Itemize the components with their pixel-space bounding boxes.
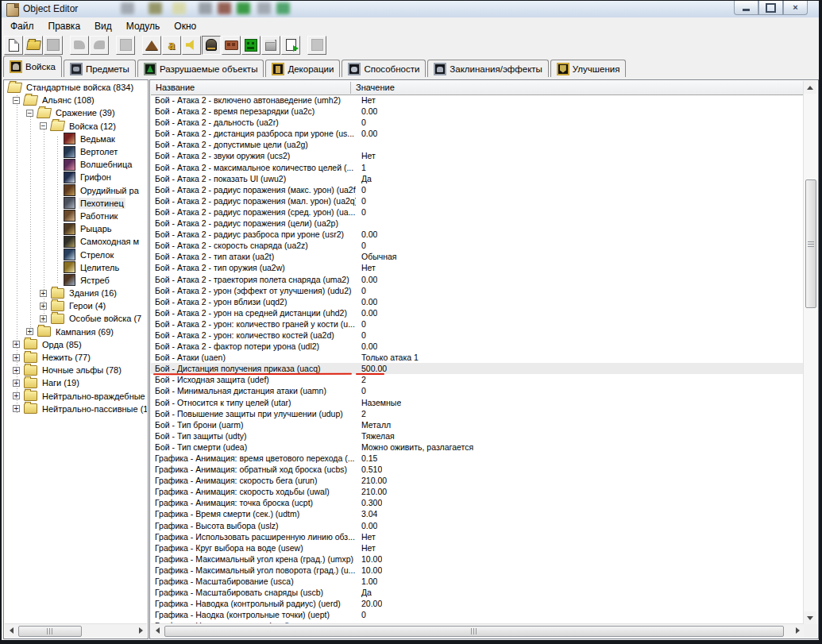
tree-item[interactable]: +Здания (16) (5, 287, 147, 299)
expander-plus-icon[interactable]: + (13, 405, 20, 412)
expander-plus-icon[interactable]: + (13, 367, 20, 374)
menu-edit[interactable]: Правка (41, 19, 88, 33)
tree-item[interactable]: Орудийный ра (5, 184, 147, 197)
tree-item[interactable]: +Кампания (69) (5, 326, 147, 338)
campaign-editor-button[interactable] (222, 36, 241, 55)
tree-item[interactable]: Целитель (5, 261, 147, 274)
property-row[interactable]: Бой - Атака 2 - скорость снаряда (ua2z)0 (151, 240, 804, 251)
object-manager-button[interactable] (261, 36, 280, 55)
close-button[interactable]: × (783, 1, 808, 15)
scroll-left-button[interactable] (151, 624, 164, 637)
title-bar[interactable]: Object Editor × (2, 1, 819, 17)
property-row[interactable]: Графика - Круг выбора на воде (usew)Нет (151, 542, 804, 553)
tree-item[interactable]: Самоходная м (5, 235, 147, 248)
expander-minus-icon[interactable]: − (26, 110, 33, 117)
expander-plus-icon[interactable]: + (40, 290, 47, 297)
property-row[interactable]: Графика - Максимальный угол крена (град.… (151, 553, 804, 565)
tab-doodads[interactable]: Декорации (265, 60, 340, 77)
property-row[interactable]: Графика - Наводка (контрольный радиус) (… (151, 598, 804, 609)
property-row[interactable]: Бой - Атака 2 - тип атаки (ua2t)Обычная (151, 251, 804, 262)
tree-item[interactable]: +Нейтрально-пассивные (1 (5, 403, 147, 415)
property-row[interactable]: Бой - Атака 2 - время перезарядки (ua2c)… (151, 106, 804, 117)
property-row[interactable]: Бой - Тип брони (uarm)Металл (151, 419, 804, 430)
tree-item[interactable]: Пехотинец (5, 197, 147, 210)
expander-plus-icon[interactable]: + (26, 328, 33, 335)
sound-editor-button[interactable] (182, 36, 201, 55)
new-map-button[interactable] (4, 36, 23, 55)
tree-item[interactable]: +Герои (4) (5, 299, 147, 312)
tab-units[interactable]: Войска (3, 56, 62, 77)
scroll-left-button[interactable] (5, 624, 17, 637)
terrain-editor-button[interactable] (142, 36, 161, 55)
property-row[interactable]: Бой - Атака 2 - дистанция разброса при у… (151, 128, 804, 139)
property-row[interactable]: Графика - Наодка (контрольные точки) (ue… (151, 609, 804, 620)
property-row[interactable]: Бой - Атака 2 - показать UI (uwu2)Да (151, 173, 804, 184)
tree-hscroll-thumb[interactable] (18, 626, 82, 637)
tab-destructibles[interactable]: Разрушаемые объекты (137, 60, 264, 77)
property-row[interactable]: Бой - Атака 2 - фактор потери урона (udl… (151, 341, 804, 352)
tree-item[interactable]: −Альянс (108) (5, 94, 147, 106)
property-row[interactable]: Графика - Анимация: точка броска (ucpt)0… (151, 497, 804, 508)
menu-module[interactable]: Модуль (119, 19, 168, 33)
restore-button[interactable] (758, 1, 783, 15)
tree-item[interactable]: +Наги (19) (5, 376, 147, 389)
property-row[interactable]: Бой - Минимальная дистанция атаки (uamn)… (151, 385, 804, 396)
property-row[interactable]: Бой - Атака 2 - урон: количество костей … (151, 330, 804, 341)
property-row[interactable]: Бой - Атаки (uaen)Только атака 1 (151, 352, 804, 363)
table-hscroll-thumb[interactable] (164, 626, 784, 637)
import-manager-button[interactable] (281, 36, 300, 55)
tree-item[interactable]: −Сражение (39) (5, 106, 147, 119)
scroll-up-button[interactable] (804, 81, 816, 94)
property-row[interactable]: Графика - Масштабирование (usca)1.00 (151, 576, 804, 587)
property-row[interactable]: Графика - Анимация: скорость бега (urun)… (151, 475, 804, 486)
table-vertical-scrollbar[interactable] (803, 81, 817, 624)
scroll-right-button[interactable] (791, 624, 804, 637)
scroll-down-button[interactable] (804, 611, 816, 624)
menu-view[interactable]: Вид (87, 19, 119, 33)
property-row[interactable]: Бой - Атака 2 - урон на средней дистанци… (151, 307, 804, 318)
expander-plus-icon[interactable]: + (13, 392, 20, 399)
tree-item[interactable]: +Ночные эльфы (78) (5, 364, 147, 376)
expander-plus-icon[interactable]: + (13, 354, 20, 361)
property-row[interactable]: Бой - Атака 2 - тип оружия (ua2w)Нет (151, 262, 804, 273)
tree-item[interactable]: +Особые войска (7 (5, 312, 147, 325)
tree-horizontal-scrollbar[interactable] (5, 623, 147, 638)
property-row[interactable]: Бой - Атака 2 - радиус поражения (макс. … (151, 184, 804, 195)
tree-item[interactable]: +Нежить (77) (5, 351, 147, 364)
tab-buffs[interactable]: Заклинания/эффекты (427, 60, 548, 77)
property-row[interactable]: Бой - Атака 2 - дальность (ua2r)0 (151, 117, 804, 128)
minimize-button[interactable] (734, 1, 758, 15)
property-row[interactable]: Бой - Атака 2 - звуки оружия (ucs2)Нет (151, 150, 804, 161)
tree-item[interactable]: Стандартные войска (834) (5, 81, 147, 94)
trigger-editor-button[interactable]: a (162, 36, 181, 55)
tree-item[interactable]: Работник (5, 210, 147, 222)
tree-item[interactable]: Стрелок (5, 248, 147, 260)
property-row[interactable]: Бой - Тип защиты (udty)Тяжелая (151, 430, 804, 442)
property-row[interactable]: Графика - Использовать расширенную линию… (151, 531, 804, 542)
tree-item[interactable]: Волшебница (5, 158, 147, 171)
property-row[interactable]: Графика - Анимация: скорость ходьбы (uwa… (151, 486, 804, 497)
tab-items[interactable]: Предметы (64, 60, 136, 77)
tree-item[interactable]: +Нейтрально-враждебные (5, 390, 147, 403)
property-row[interactable]: Графика - Анимация: время цветового пере… (151, 453, 804, 464)
property-row[interactable]: Бой - Исходная защита (udef)2 (151, 374, 804, 385)
object-editor-button[interactable] (202, 36, 221, 55)
property-row[interactable]: Бой - Дистанция получения приказа (uacq)… (151, 363, 804, 374)
property-row[interactable]: Графика - Время смерти (сек.) (udtm)3.04 (151, 508, 804, 519)
expander-plus-icon[interactable]: + (40, 315, 47, 322)
property-row[interactable]: Графика - Высота выбора (uslz)0.00 (151, 520, 804, 531)
property-row[interactable]: Графика - Максимальный угол поворота (гр… (151, 565, 804, 576)
expander-minus-icon[interactable]: − (13, 97, 20, 104)
property-row[interactable]: Бой - Повышение защиты при улучшении (ud… (151, 408, 804, 419)
property-row[interactable]: Бой - Атака 2 - включено автонаведение (… (151, 94, 804, 106)
table-horizontal-scrollbar[interactable] (151, 623, 804, 638)
ai-editor-button[interactable] (241, 36, 260, 55)
tab-upgrades[interactable]: Улучшения (550, 60, 627, 77)
property-row[interactable]: Графика - Анимация: обратный ход броска … (151, 464, 804, 475)
property-row[interactable]: Бой - Атака 2 - максимальное количество … (151, 162, 804, 173)
expander-plus-icon[interactable]: + (13, 380, 20, 387)
open-map-button[interactable] (24, 36, 43, 55)
menu-file[interactable]: Файл (3, 19, 41, 33)
property-row[interactable]: Бой - Атака 2 - урон вблизи (uqd2)0.00 (151, 296, 804, 307)
property-row[interactable]: Бой - Атака 2 - траектория полета снаряд… (151, 274, 804, 285)
